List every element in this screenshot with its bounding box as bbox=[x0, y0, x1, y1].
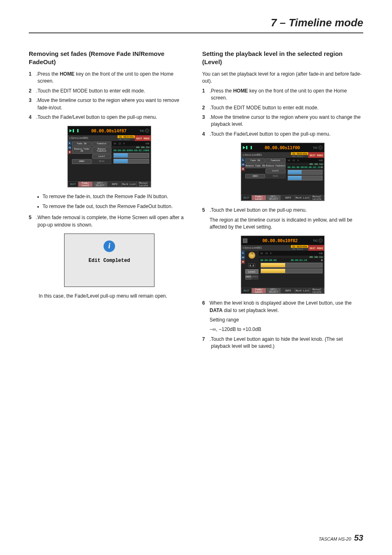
timecode-display: 00.00.00s10f82 bbox=[248, 238, 312, 243]
step-num: 3 bbox=[202, 114, 210, 128]
step-num: 3 bbox=[29, 97, 36, 111]
fadein-button[interactable]: Fade IN bbox=[72, 141, 92, 146]
post-dialog-note: In this case, the Fade/Level pull-up men… bbox=[39, 293, 190, 300]
bullet-text: To remove the fade out, touch the Remove… bbox=[42, 203, 173, 210]
tc-unit: T/C bbox=[140, 130, 144, 132]
step-num: 2 bbox=[202, 104, 210, 111]
step-num: 5 bbox=[29, 214, 36, 229]
timecode-display: 00.00.00s11f00 bbox=[253, 145, 312, 150]
redo-button[interactable]: REDO bbox=[92, 159, 112, 164]
edit-mode-badge: EDIT MODE bbox=[135, 135, 151, 141]
meter-scale: 101200dB bbox=[112, 141, 151, 146]
remove-fadein-button[interactable]: Remove Fade IN bbox=[72, 147, 92, 154]
bottom-info[interactable]: INFO bbox=[281, 195, 295, 201]
undo-button[interactable]: UNDO bbox=[72, 159, 92, 164]
play-icon bbox=[69, 129, 72, 132]
bottom-mark-list[interactable]: Mark List bbox=[122, 181, 136, 187]
meter-scale: 101200dB bbox=[259, 251, 325, 256]
sd-status: SD 002h45m bbox=[291, 245, 308, 248]
channel-indicator: L48R bbox=[241, 251, 245, 288]
step-text: Touch the Level button on the pull-up me… bbox=[211, 207, 363, 214]
step-num: 1 bbox=[29, 71, 36, 85]
level-button[interactable]: Level bbox=[245, 269, 258, 274]
bottom-manual-locate[interactable]: Manual Locate bbox=[136, 181, 151, 187]
step-text: Move the timeline cursor to the region w… bbox=[37, 97, 190, 111]
bottom-manual-locate[interactable]: Manual Locate bbox=[310, 288, 324, 294]
bottom-mark-list[interactable]: Mark List bbox=[295, 288, 309, 294]
bottom-fade-level[interactable]: Fade/ Level bbox=[78, 181, 92, 187]
step-text: Move the timeline cursor to the region w… bbox=[211, 114, 363, 128]
redo-button[interactable]: REDO bbox=[252, 275, 258, 280]
bottom-fade-level[interactable]: Fade/ Level bbox=[251, 288, 266, 294]
remove-fadein-button[interactable]: Remove Fade IN bbox=[245, 164, 265, 169]
tc-range: 00:00:00:0000:00:02:290 bbox=[259, 258, 325, 262]
rec-indicator-icon bbox=[318, 238, 323, 243]
timeline-track[interactable] bbox=[288, 176, 323, 180]
bottom-edit[interactable]: EDIT bbox=[68, 181, 78, 187]
remove-fadeout-button[interactable]: Remove FadeOut bbox=[265, 164, 285, 169]
step-num: 5 bbox=[202, 207, 210, 214]
sd-status: SD 002h45m bbox=[291, 152, 308, 155]
timeline-track[interactable] bbox=[288, 170, 323, 175]
bottom-edit[interactable]: EDIT bbox=[241, 288, 251, 294]
remove-fadeout-button[interactable]: Remove FadeOut bbox=[92, 147, 112, 154]
fadeout-button[interactable]: FadeOut bbox=[92, 141, 112, 146]
pause-icon bbox=[246, 146, 252, 149]
left-bullets: To remove the fade-in, touch the Remove … bbox=[37, 193, 190, 210]
level-button[interactable]: Level bbox=[92, 154, 112, 159]
timeline-track[interactable] bbox=[113, 153, 149, 158]
session-label: ▷ Session001 bbox=[241, 245, 291, 251]
fadeout-button[interactable]: FadeOut bbox=[265, 158, 285, 163]
session-label: ▷ Session001 bbox=[68, 135, 118, 141]
bottom-mark-list[interactable]: Mark List bbox=[295, 195, 309, 201]
no-media: ✕ No Media bbox=[291, 248, 308, 250]
right-steps-f: 7. Touch the Level button again to hide … bbox=[202, 336, 363, 350]
range-label: Setting range bbox=[210, 317, 363, 324]
no-media: ✕ No Media bbox=[291, 155, 308, 157]
bottom-set-select[interactable]: SET/ SELECT bbox=[266, 195, 281, 201]
page-number: 53 bbox=[354, 533, 363, 542]
bottom-fade-level[interactable]: Fade/ Level bbox=[251, 195, 266, 201]
bottom-set-select[interactable]: SET/ SELECT bbox=[93, 181, 107, 187]
step-text: When fade removal is complete, the Home … bbox=[37, 214, 190, 229]
sd-status: SD 002h45m bbox=[118, 135, 135, 138]
timecode-display: 00.00.00s14f87 bbox=[79, 128, 138, 134]
tc-unit: T/C bbox=[313, 239, 318, 242]
meter-scale: 101200dB bbox=[286, 158, 324, 163]
edit-mode-badge: EDIT MODE bbox=[308, 245, 324, 251]
play-icon bbox=[243, 146, 245, 149]
redo-button[interactable]: REDO bbox=[265, 174, 285, 179]
info-icon: i bbox=[104, 240, 115, 252]
level-value: 0.0 bbox=[248, 264, 255, 267]
screenshot-dialog: i Edit Completed bbox=[64, 234, 154, 287]
fadein-button[interactable]: Fade IN bbox=[245, 158, 265, 163]
bottom-info[interactable]: INFO bbox=[281, 288, 295, 294]
undo-button[interactable]: UNDO bbox=[245, 275, 251, 280]
right-steps-e: 6 When the level knob is displayed above… bbox=[202, 300, 363, 314]
left-steps-a: 1. Press the HOME key on the front of th… bbox=[29, 71, 190, 121]
left-column: Removing set fades (Remove Fade IN/Remov… bbox=[29, 50, 190, 353]
undo-button[interactable]: UNDO bbox=[245, 174, 265, 179]
edit-mode-badge: EDIT MODE bbox=[308, 152, 324, 158]
step-text: When the level knob is displayed above t… bbox=[210, 300, 363, 314]
step-text: Press the HOME key on the front of the u… bbox=[211, 88, 363, 102]
product-name: TASCAM HS-20 bbox=[318, 536, 351, 541]
stop-icon bbox=[243, 238, 247, 243]
channel-indicator: L48R bbox=[68, 141, 71, 181]
bottom-manual-locate[interactable]: Manual Locate bbox=[310, 195, 324, 201]
step-num: 7 bbox=[202, 336, 210, 350]
step5-sub: The region at the timeline cursor is ind… bbox=[210, 217, 363, 231]
right-column: Setting the playback level in the select… bbox=[202, 50, 363, 353]
bottom-edit[interactable]: EDIT bbox=[241, 195, 251, 201]
step-num: 4 bbox=[202, 131, 210, 138]
level-button[interactable]: Level bbox=[265, 169, 285, 173]
timeline-track[interactable] bbox=[113, 159, 149, 164]
left-steps-b: 5. When fade removal is complete, the Ho… bbox=[29, 214, 190, 229]
right-heading: Setting the playback level in the select… bbox=[202, 50, 363, 66]
screenshot-level-knob: 00.00.00s10f82 T/C ▷ Session001 SD 002h4… bbox=[241, 236, 325, 294]
bottom-info[interactable]: INFO bbox=[107, 181, 122, 187]
level-knob-icon[interactable] bbox=[248, 252, 256, 259]
bottom-set-select[interactable]: SET/ SELECT bbox=[266, 288, 281, 294]
timeline-track[interactable] bbox=[261, 268, 323, 273]
timeline-track[interactable] bbox=[261, 263, 323, 268]
